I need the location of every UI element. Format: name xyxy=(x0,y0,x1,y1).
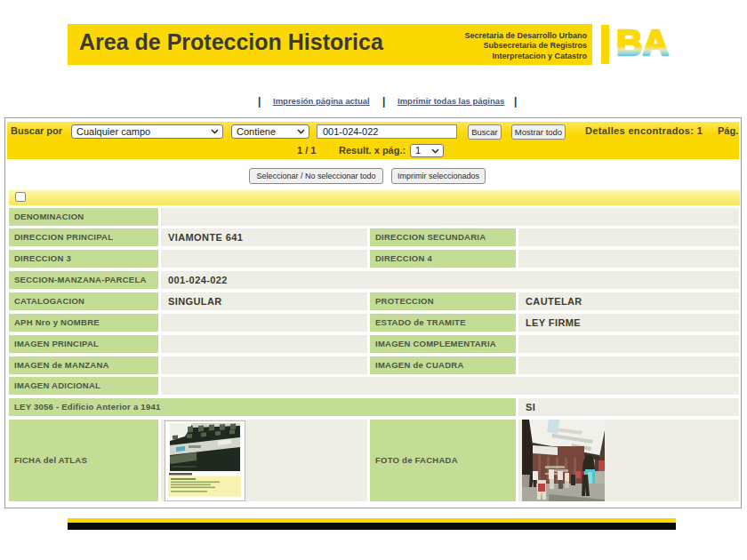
svg-text:BA: BA xyxy=(616,23,669,60)
